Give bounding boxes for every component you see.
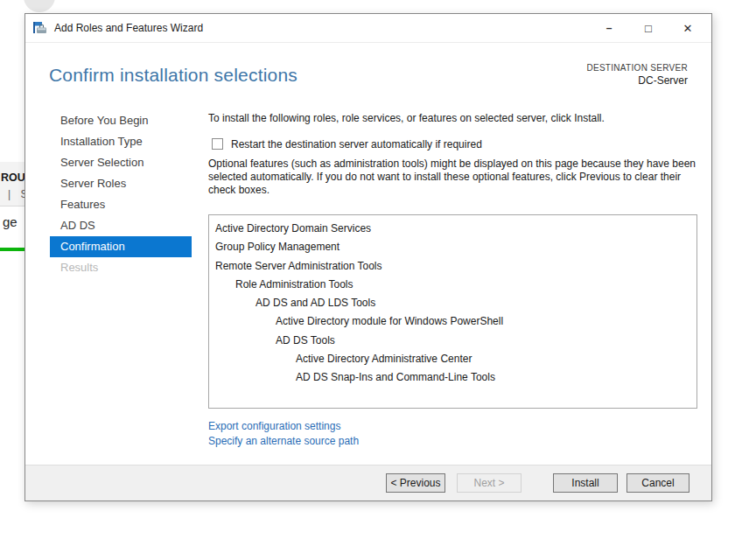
wizard-button-bar: < Previous Next > Install Cancel (25, 465, 711, 500)
title-bar[interactable]: Add Roles and Features Wizard – □ ✕ (25, 14, 711, 43)
selection-item: AD DS Snap-Ins and Command-Line Tools (209, 368, 696, 387)
page-title: Confirm installation selections (49, 65, 298, 86)
close-icon[interactable]: ✕ (681, 14, 695, 43)
destination-server-name: DC-Server (586, 74, 688, 87)
background-green-progress-line (0, 248, 25, 251)
restart-checkbox-row: Restart the destination server automatic… (208, 137, 701, 150)
footer-links: Export configuration settings Specify an… (208, 420, 701, 448)
wizard-toolbox-icon (33, 22, 47, 34)
selection-item: Role Administration Tools (209, 276, 696, 294)
sidebar-step-item[interactable]: Server Selection (50, 152, 192, 173)
window-controls: – □ ✕ (602, 14, 711, 42)
selection-item: Active Directory Domain Services (209, 220, 696, 238)
destination-server-label: DESTINATION SERVER (586, 63, 688, 73)
confirmation-content: To install the following roles, role ser… (208, 112, 701, 448)
intro-text: To install the following roles, role ser… (208, 112, 701, 125)
maximize-icon[interactable]: □ (641, 14, 655, 43)
cancel-button[interactable]: Cancel (626, 473, 690, 493)
add-roles-features-wizard-dialog: Add Roles and Features Wizard – □ ✕ Conf… (24, 13, 712, 501)
selection-item: AD DS Tools (209, 332, 696, 350)
background-text-fragment: ge (3, 214, 18, 229)
screen: ROU | S ge Add Roles and Features Wizard… (0, 0, 756, 539)
selection-item: Group Policy Management (209, 238, 696, 256)
sidebar-step-item[interactable]: Before You Begin (50, 110, 192, 131)
install-button[interactable]: Install (553, 473, 618, 493)
next-button: Next > (457, 473, 522, 493)
optional-features-note: Optional features (such as administratio… (208, 158, 701, 197)
selection-item: Remote Server Administration Tools (209, 257, 696, 276)
background-circle-decoration (24, 0, 55, 12)
restart-checkbox[interactable] (212, 138, 223, 150)
export-configuration-link[interactable]: Export configuration settings (208, 420, 701, 433)
sidebar-step-item[interactable]: Features (50, 194, 192, 215)
sidebar-step-item: Results (50, 257, 192, 278)
destination-server-block: DESTINATION SERVER DC-Server (586, 63, 688, 87)
sidebar-step-item[interactable]: Installation Type (50, 131, 192, 152)
alternate-source-path-link[interactable]: Specify an alternate source path (208, 435, 701, 448)
previous-button[interactable]: < Previous (386, 473, 445, 493)
background-text-fragment: ROU (1, 172, 25, 184)
selection-item: Active Directory module for Windows Powe… (209, 312, 696, 331)
restart-checkbox-label: Restart the destination server automatic… (231, 138, 482, 150)
selection-item: Active Directory Administrative Center (209, 350, 696, 368)
minimize-icon[interactable]: – (602, 14, 616, 43)
window-title: Add Roles and Features Wizard (54, 22, 203, 34)
sidebar-step-item[interactable]: AD DS (50, 215, 192, 236)
selection-item: AD DS and AD LDS Tools (209, 294, 696, 312)
selected-features-list: Active Directory Domain Services Group P… (208, 214, 697, 409)
wizard-steps-sidebar: Before You Begin Installation Type Serve… (50, 110, 192, 278)
sidebar-step-item[interactable]: Server Roles (50, 173, 192, 194)
sidebar-step-item[interactable]: Confirmation (50, 236, 192, 257)
